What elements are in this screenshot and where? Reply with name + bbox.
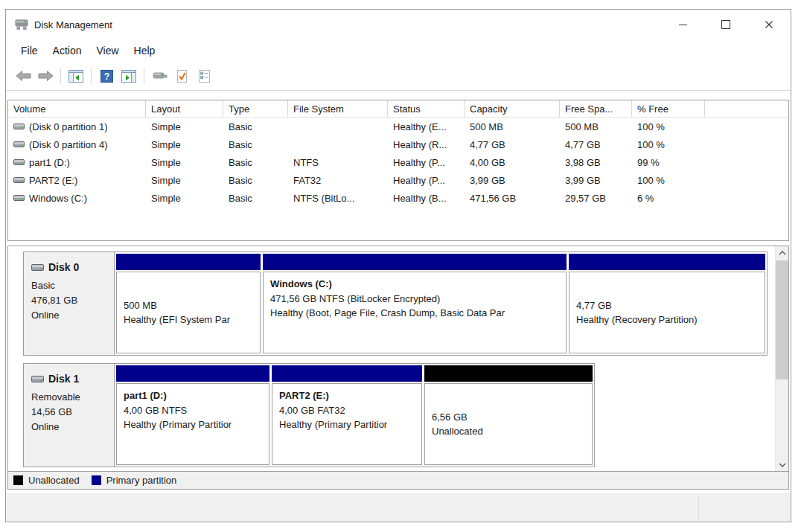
scroll-down-button[interactable] [776, 458, 788, 471]
partition[interactable]: 6,56 GB Unallocated [424, 365, 593, 465]
column-header[interactable]: Status [388, 100, 465, 117]
cell-type: Basic [223, 157, 288, 168]
partition-status-line: Healthy (Primary Partitior [124, 417, 262, 432]
action-pane-button[interactable] [118, 65, 140, 86]
cell-pct_free: 6 % [632, 193, 705, 204]
cell-pct_free: 100 % [632, 121, 705, 132]
app-icon [15, 19, 28, 31]
close-icon [765, 20, 773, 29]
column-header[interactable]: Type [223, 100, 288, 117]
partition[interactable]: 500 MB Healthy (EFI System Par [116, 254, 261, 353]
legend-bar: Unallocated Primary partition [8, 471, 788, 489]
disk-name: Disk 1 [48, 371, 79, 388]
partition-status-line: Healthy (Recovery Partition) [576, 313, 758, 327]
legend-label: Unallocated [28, 475, 80, 486]
cell-status: Healthy (R... [388, 139, 465, 150]
partition[interactable]: 4,77 GB Healthy (Recovery Partition) [569, 254, 765, 353]
svg-text:?: ? [103, 71, 109, 82]
cell-type: Basic [223, 121, 288, 132]
disk-size: 476,81 GB [31, 293, 114, 308]
checklist-icon [198, 70, 211, 83]
column-header[interactable]: % Free [632, 100, 705, 117]
volume-header: VolumeLayoutTypeFile SystemStatusCapacit… [8, 100, 788, 118]
console-tree-button[interactable] [65, 65, 87, 86]
toolbar-separator [144, 68, 144, 84]
cell-capacity: 471,56 GB [465, 193, 560, 204]
scroll-up-button[interactable] [776, 246, 788, 259]
device-properties-button[interactable] [148, 65, 170, 86]
console-tree-icon [68, 70, 83, 83]
disk-name: Disk 0 [48, 260, 79, 276]
partition-size-line: 6,56 GB [432, 410, 585, 425]
scroll-thumb[interactable] [776, 260, 788, 379]
cell-pct_free: 99 % [632, 157, 705, 168]
volume-list-pane: VolumeLayoutTypeFile SystemStatusCapacit… [7, 100, 789, 241]
cell-status: Healthy (P... [388, 157, 465, 168]
cell-type: Basic [223, 175, 288, 186]
cell-pct_free: 100 % [632, 175, 705, 186]
close-button[interactable] [747, 10, 791, 39]
disk-label[interactable]: Disk 1 Removable 14,56 GB Online [24, 364, 115, 467]
column-header[interactable]: Volume [8, 100, 146, 117]
menu-item[interactable]: Help [127, 45, 163, 57]
volume-name: part1 (D:) [29, 157, 70, 168]
menu-item[interactable]: File [13, 45, 45, 57]
column-header[interactable]: Capacity [465, 100, 560, 117]
table-row[interactable]: (Disk 0 partition 4)SimpleBasicHealthy (… [8, 135, 788, 153]
cell-file_system: FAT32 [288, 175, 388, 186]
partition-body: Windows (C:) 471,56 GB NTFS (BitLocker E… [263, 272, 567, 353]
partition-color-band [424, 365, 593, 382]
partition-title: PART2 (E:) [279, 388, 415, 403]
partition[interactable]: Windows (C:) 471,56 GB NTFS (BitLocker E… [263, 254, 567, 353]
partition[interactable]: PART2 (E:) 4,00 GB FAT32 Healthy (Primar… [272, 365, 422, 465]
status-bar-divider [698, 496, 699, 519]
minimize-button[interactable] [661, 10, 704, 39]
disk-type: Removable [31, 390, 114, 405]
volume-icon [13, 194, 25, 202]
partition-size-line: 500 MB [124, 298, 253, 313]
partition-title: Windows (C:) [270, 277, 559, 292]
cell-free_space: 3,98 GB [560, 157, 632, 168]
partition[interactable]: part1 (D:) 4,00 GB NTFS Healthy (Primary… [116, 365, 269, 465]
task-list-button[interactable] [193, 65, 215, 86]
toolbar-separator [91, 68, 92, 84]
cell-free_space: 4,77 GB [560, 139, 632, 150]
partition-body: 6,56 GB Unallocated [424, 383, 593, 465]
disk-status: Online [31, 420, 114, 435]
column-header[interactable]: File System [288, 100, 388, 117]
column-header[interactable] [705, 100, 788, 117]
vertical-scrollbar[interactable] [775, 246, 788, 471]
partition-size-line: 4,77 GB [576, 298, 758, 313]
table-row[interactable]: PART2 (E:)SimpleBasicFAT32Healthy (P...3… [8, 171, 788, 189]
volume-name: (Disk 0 partition 4) [29, 139, 107, 150]
cell-free_space: 3,99 GB [560, 175, 632, 186]
column-header[interactable]: Free Spa... [560, 100, 632, 117]
disk-label[interactable]: Disk 0 Basic 476,81 GB Online [24, 252, 115, 355]
forward-button[interactable] [34, 65, 57, 86]
chevron-up-icon [779, 251, 786, 255]
maximize-button[interactable] [704, 10, 747, 39]
help-button[interactable]: ? [95, 65, 118, 86]
cell-status: Healthy (B... [388, 193, 465, 204]
disk-row: Disk 1 Removable 14,56 GB Online part1 (… [23, 363, 595, 467]
table-row[interactable]: Windows (C:)SimpleBasicNTFS (BitLo...Hea… [8, 189, 788, 207]
legend-item: Primary partition [92, 475, 177, 486]
volume-name: Windows (C:) [29, 193, 87, 204]
cell-file_system: NTFS (BitLo... [288, 193, 388, 204]
cell-capacity: 500 MB [465, 121, 560, 132]
volume-icon [13, 176, 25, 184]
maximize-icon [721, 20, 730, 29]
volume-icon [13, 123, 25, 130]
partition-color-band [272, 365, 422, 382]
back-button[interactable] [12, 65, 34, 86]
legend-swatch [13, 475, 23, 485]
cell-layout: Simple [146, 139, 223, 150]
table-row[interactable]: part1 (D:)SimpleBasicNTFSHealthy (P...4,… [8, 153, 788, 171]
health-check-button[interactable] [170, 65, 193, 86]
column-header[interactable]: Layout [146, 100, 223, 117]
table-row[interactable]: (Disk 0 partition 1)SimpleBasicHealthy (… [8, 118, 788, 135]
menu-item[interactable]: View [89, 45, 126, 57]
menu-item[interactable]: Action [45, 45, 89, 57]
partition-status-line: Healthy (Boot, Page File, Crash Dump, Ba… [270, 306, 559, 321]
cell-capacity: 3,99 GB [465, 175, 560, 186]
